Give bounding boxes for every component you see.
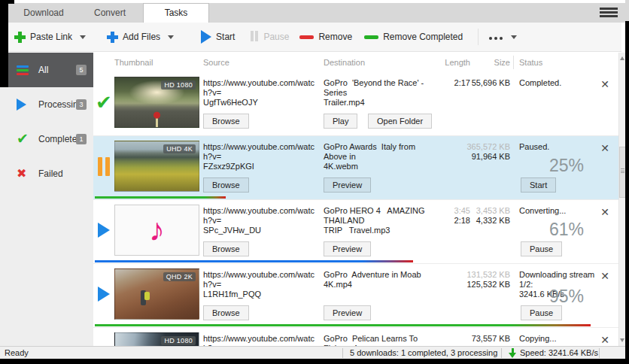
destination-file: GoPro Pelican Learns To Fish.mp4 <box>324 334 438 346</box>
progress-percent: 95% <box>519 287 603 307</box>
video-thumbnail[interactable]: HD 1080 <box>114 332 199 346</box>
pause-icon <box>93 136 114 196</box>
close-icon[interactable]: ✕ <box>597 332 612 346</box>
pause-task-button[interactable]: Pause <box>521 305 562 320</box>
size-value: 73,557 KB <box>453 334 510 344</box>
size-value: 131,532 KB125,532 KB <box>453 270 510 290</box>
status-text: Copying... <box>519 334 603 344</box>
status-text: Paused. <box>519 142 603 152</box>
add-files-button[interactable]: Add Files <box>107 32 174 43</box>
sidebar-item-completed[interactable]: ✔ Completed 1 <box>0 122 93 156</box>
more-menu-button[interactable] <box>488 32 517 42</box>
remove-completed-button[interactable]: Remove Completed <box>364 32 463 42</box>
screen: Download Convert Tasks Paste Link Add Fi… <box>0 0 629 364</box>
status-bar: Ready 5 downloads: 1 completed, 3 proces… <box>0 346 625 359</box>
quality-badge: HD 1080 <box>161 336 196 345</box>
source-url: https://www.youtube.com/watch?v=FZsxz9Zp… <box>203 142 322 171</box>
paste-link-button[interactable]: Paste Link <box>14 32 86 43</box>
progress-bar <box>95 324 591 326</box>
list-bars-icon <box>17 65 32 76</box>
source-url: https://www.youtube.com/watch?v=SPc_JVHw… <box>203 206 322 235</box>
pause-label: Pause <box>263 32 289 42</box>
quality-badge: UHD 4K <box>163 144 196 153</box>
plus-icon <box>107 32 118 43</box>
speed-value: Speed: 3241.64 KB/s <box>520 348 598 357</box>
preview-button[interactable]: Preview <box>324 305 371 320</box>
play-button[interactable]: Play <box>324 114 357 129</box>
progress-bar <box>95 260 413 262</box>
task-row-copying[interactable]: HD 1080 https://www.youtube.com/watch?v=… <box>93 328 618 346</box>
size-value: 3,453 KB4,332 KB <box>453 206 510 226</box>
task-row-converting[interactable]: ♪ https://www.youtube.com/watch?v=SPc_JV… <box>93 200 618 264</box>
close-icon[interactable]: ✕ <box>597 205 612 220</box>
ellipsis-icon <box>488 32 503 42</box>
pause-button[interactable]: Pause <box>250 31 289 44</box>
preview-button[interactable]: Preview <box>324 177 371 193</box>
plus-icon <box>14 32 26 43</box>
statusbar-separator <box>599 348 600 358</box>
sidebar-item-failed[interactable]: ✖ Failed <box>0 156 93 191</box>
header-destination[interactable]: Destination <box>324 58 365 67</box>
progress-bar <box>95 196 226 199</box>
header-size[interactable]: Size <box>460 58 510 67</box>
tab-tasks[interactable]: Tasks <box>143 3 209 23</box>
start-task-button[interactable]: Start <box>521 177 556 193</box>
check-icon: ✔ <box>96 91 112 114</box>
sidebar-failed-label: Failed <box>38 168 63 179</box>
close-icon[interactable]: ✕ <box>597 268 612 284</box>
task-row-completed[interactable]: ✔ HD 1080 https://www.youtube.com/watch?… <box>93 72 618 136</box>
pause-task-button[interactable]: Pause <box>521 241 562 256</box>
row-state <box>93 264 114 324</box>
browse-button[interactable]: Browse <box>203 177 249 193</box>
browse-button[interactable]: Browse <box>203 305 249 320</box>
open-folder-button[interactable]: Open Folder <box>368 114 432 129</box>
task-row-paused[interactable]: UHD 4K https://www.youtube.com/watch?v=F… <box>93 136 618 200</box>
play-icon <box>98 287 110 302</box>
chevron-down-icon[interactable] <box>168 35 174 39</box>
status-text: Completed. <box>519 78 603 88</box>
close-icon[interactable]: ✕ <box>597 141 612 156</box>
table-header: Thumbnail Source Destination Length Size… <box>93 53 618 72</box>
video-thumbnail[interactable]: UHD 4K <box>114 141 199 192</box>
background-strip <box>0 0 8 87</box>
completed-count-badge: 1 <box>76 134 87 144</box>
sidebar-item-processing[interactable]: Processing 3 <box>0 87 93 122</box>
audio-thumbnail[interactable]: ♪ <box>114 205 199 256</box>
row-state: ✔ <box>93 72 114 132</box>
task-row-downloading[interactable]: QHD 2K https://www.youtube.com/watch?v=L… <box>93 264 618 328</box>
preview-button[interactable]: Preview <box>324 241 371 256</box>
browse-button[interactable]: Browse <box>203 241 249 256</box>
destination-file: GoPro Adventure in Moab 4K.mp4 <box>324 270 438 290</box>
task-rows: ✔ HD 1080 https://www.youtube.com/watch?… <box>93 72 618 346</box>
vertical-scrollbar[interactable] <box>618 53 625 346</box>
chevron-down-icon[interactable] <box>80 35 86 39</box>
quality-badge: HD 1080 <box>161 80 196 89</box>
header-source[interactable]: Source <box>203 58 229 67</box>
close-icon[interactable]: ✕ <box>597 77 612 92</box>
video-thumbnail[interactable]: HD 1080 <box>114 77 199 128</box>
dash-icon <box>299 35 314 39</box>
sidebar-item-all[interactable]: All 5 <box>0 53 93 87</box>
processing-count-badge: 3 <box>76 99 87 110</box>
start-label: Start <box>216 32 235 42</box>
pause-icon <box>250 31 259 44</box>
header-status[interactable]: Status <box>519 58 542 67</box>
tab-download[interactable]: Download <box>11 4 77 23</box>
app-window: Download Convert Tasks Paste Link Add Fi… <box>0 0 625 359</box>
progress-percent: 25% <box>519 156 603 176</box>
video-thumbnail[interactable]: QHD 2K <box>114 268 199 320</box>
start-button[interactable]: Start <box>201 30 235 44</box>
background-strip <box>625 21 629 364</box>
size-value: 365,572 KB91,964 KB <box>453 142 510 162</box>
music-note-icon: ♪ <box>149 214 165 246</box>
hamburger-menu-icon[interactable] <box>600 8 618 18</box>
tab-convert[interactable]: Convert <box>77 4 143 23</box>
tasks-table: Thumbnail Source Destination Length Size… <box>93 53 618 346</box>
quality-badge: QHD 2K <box>163 272 196 281</box>
remove-button[interactable]: Remove <box>299 32 352 42</box>
progress-percent: 61% <box>519 220 603 240</box>
ready-status: Ready <box>5 348 29 357</box>
browse-button[interactable]: Browse <box>203 114 249 129</box>
paste-link-label: Paste Link <box>30 32 72 42</box>
header-thumbnail[interactable]: Thumbnail <box>114 58 153 67</box>
